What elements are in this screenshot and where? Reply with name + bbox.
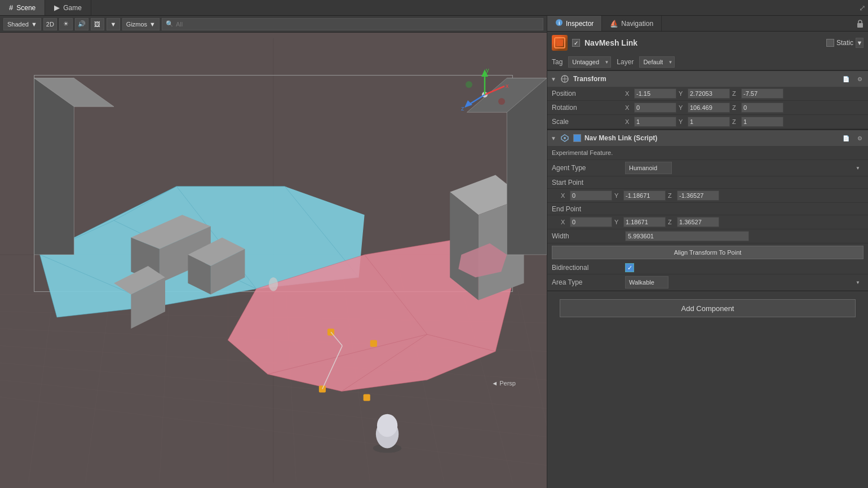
tab-scene-label: Scene [16, 4, 36, 12]
start-y-input[interactable] [623, 190, 666, 201]
width-row: Width [547, 229, 868, 243]
gizmos-chevron: ▼ [149, 21, 156, 28]
end-x-group: X [561, 217, 612, 227]
end-z-input[interactable] [677, 217, 719, 227]
svg-rect-82 [857, 23, 863, 28]
transform-settings-btn[interactable]: ⚙ [854, 74, 865, 84]
width-values [625, 231, 863, 241]
scale-y-input[interactable] [688, 117, 730, 127]
inspector-tab-end [856, 16, 868, 31]
svg-text:y: y [486, 66, 489, 73]
layer-dropdown[interactable]: Default [639, 56, 675, 68]
nav-mesh-enabled-checkbox[interactable] [573, 134, 581, 142]
nav-mesh-settings-btn[interactable]: ⚙ [854, 133, 865, 143]
transform-header[interactable]: ▼ Transform 📄 ⚙ [547, 71, 868, 87]
agent-type-dropdown[interactable]: Humanoid [625, 162, 672, 174]
scale-values: X Y Z [625, 117, 863, 127]
tab-navigation[interactable]: ⛵ Navigation [602, 16, 662, 31]
agent-type-label: Agent Type [552, 164, 625, 172]
end-y-input[interactable] [623, 217, 666, 227]
nav-mesh-link-header[interactable]: ▼ Nav Mesh Link (Script) 📄 ⚙ [547, 130, 868, 146]
image-icon-btn[interactable]: 🖼 [91, 18, 104, 30]
transform-icon [560, 74, 570, 84]
sun-icon-btn[interactable]: ☀ [59, 18, 73, 30]
tag-dropdown[interactable]: Untagged [568, 56, 611, 68]
end-point-label-row: End Point [547, 203, 868, 215]
start-x-input[interactable] [570, 190, 612, 201]
static-checkbox[interactable] [826, 39, 834, 47]
tag-layer-row: Tag Untagged Layer Default [547, 54, 868, 70]
rotation-y-group: Y [679, 103, 730, 113]
svg-text:x: x [506, 82, 509, 89]
end-x-input[interactable] [570, 217, 612, 227]
navigation-icon: ⛵ [610, 20, 618, 28]
static-label: Static [836, 39, 853, 47]
tab-inspector[interactable]: i Inspector [547, 16, 602, 31]
2d-button[interactable]: 2D [43, 18, 57, 30]
scale-z-input[interactable] [741, 117, 783, 127]
tab-inspector-label: Inspector [566, 20, 594, 28]
svg-text:i: i [559, 20, 560, 26]
svg-rect-84 [556, 39, 563, 46]
inspector-panel: i Inspector ⛵ Navigation NavMesh Link [547, 16, 868, 488]
align-transform-btn[interactable]: Align Transform To Point [552, 246, 863, 259]
transform-bookmark-btn[interactable]: 📄 [841, 74, 851, 84]
rotation-x-input[interactable] [634, 103, 676, 113]
transform-collapse-arrow: ▼ [551, 76, 556, 82]
rotation-values: X Y Z [625, 103, 863, 113]
object-enabled-checkbox[interactable] [572, 39, 580, 47]
shading-dropdown[interactable]: Shaded ▼ [3, 18, 41, 30]
static-dropdown-btn[interactable]: ▼ [856, 38, 863, 48]
gizmo-overlay: x y z [457, 66, 513, 123]
position-z-input[interactable] [741, 88, 783, 99]
search-input[interactable] [176, 21, 539, 28]
agent-type-select-wrapper: Humanoid [625, 162, 863, 174]
scale-x-input[interactable] [634, 117, 676, 127]
tag-label: Tag [552, 58, 563, 66]
rotation-z-input[interactable] [741, 103, 783, 113]
rotation-y-input[interactable] [688, 103, 730, 113]
position-label: Position [552, 90, 625, 97]
position-z-group: Z [732, 88, 783, 99]
scale-label: Scale [552, 118, 625, 126]
position-y-input[interactable] [688, 88, 730, 99]
image-dropdown-btn[interactable]: ▼ [107, 18, 120, 30]
search-box[interactable]: 🔍 [162, 18, 543, 30]
audio-icon-btn[interactable]: 🔊 [75, 18, 88, 30]
nav-mesh-collapse-arrow: ▼ [551, 135, 556, 141]
svg-marker-59 [34, 78, 74, 255]
area-type-select-wrapper: Walkable [625, 276, 863, 289]
game-icon: ▶ [54, 3, 60, 12]
lock-icon[interactable] [856, 19, 865, 28]
area-type-dropdown[interactable]: Walkable [625, 276, 668, 289]
bidirectional-checkbox[interactable] [625, 263, 634, 272]
tab-game[interactable]: ▶ Game [45, 0, 91, 15]
layer-label: Layer [617, 58, 634, 66]
width-input[interactable] [625, 231, 749, 241]
static-group: Static ▼ [826, 38, 863, 48]
position-y-group: Y [679, 88, 730, 99]
add-component-btn[interactable]: Add Component [560, 299, 856, 317]
nav-mesh-bookmark-btn[interactable]: 📄 [841, 133, 851, 143]
gizmo-handle-4 [364, 394, 370, 401]
tab-game-label: Game [63, 4, 82, 12]
position-x-input[interactable] [634, 88, 676, 99]
transform-actions: 📄 ⚙ [841, 74, 865, 84]
scale-x-group: X [625, 117, 676, 127]
rotation-row: Rotation X Y Z [547, 101, 868, 115]
svg-point-67 [377, 414, 397, 437]
nav-mesh-actions: 📄 ⚙ [841, 133, 865, 143]
scene-viewport[interactable]: Shaded ▼ 2D ☀ 🔊 🖼 ▼ Gizmos ▼ 🔍 [0, 16, 547, 488]
maximize-icon[interactable]: ⤢ [859, 3, 866, 12]
position-x-group: X [625, 88, 676, 99]
tab-scene[interactable]: # Scene [0, 0, 45, 15]
gizmo-handle-2 [370, 340, 377, 347]
gizmos-dropdown[interactable]: Gizmos ▼ [122, 18, 160, 30]
layer-select-wrapper: Default [639, 56, 675, 68]
rotation-z-group: Z [732, 103, 783, 113]
add-component-row: Add Component [547, 291, 868, 325]
bidirectional-label: Bidirectional [552, 264, 625, 272]
orientation-gizmo: x y z [457, 66, 513, 123]
start-z-input[interactable] [677, 190, 719, 201]
scale-row: Scale X Y Z [547, 115, 868, 129]
